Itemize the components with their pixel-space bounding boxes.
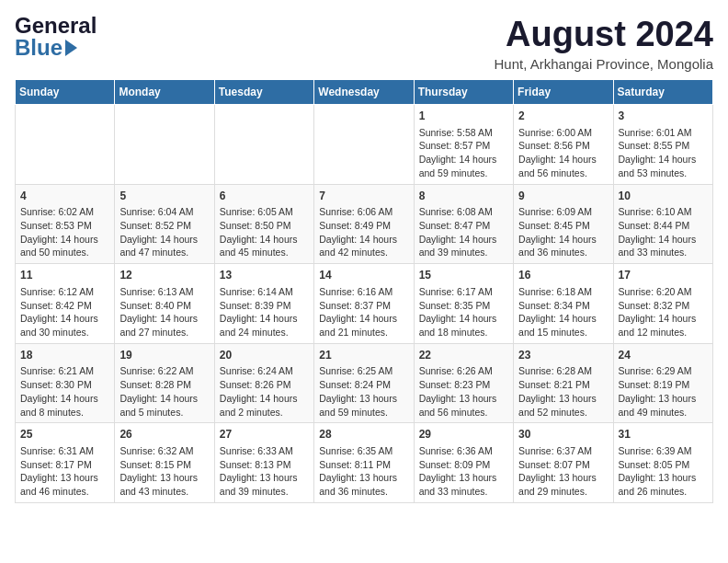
- calendar-cell: 15Sunrise: 6:17 AMSunset: 8:35 PMDayligh…: [414, 264, 513, 344]
- day-info: Sunrise: 6:00 AMSunset: 8:56 PMDaylight:…: [518, 126, 608, 180]
- day-info: Sunrise: 6:20 AMSunset: 8:32 PMDaylight:…: [619, 285, 708, 339]
- logo-blue-text: Blue: [15, 37, 63, 59]
- calendar-cell: [214, 105, 313, 185]
- day-info: Sunrise: 6:31 AMSunset: 8:17 PMDaylight:…: [20, 444, 109, 499]
- calendar-cell: 2Sunrise: 6:00 AMSunset: 8:56 PMDaylight…: [514, 105, 613, 185]
- calendar-cell: 10Sunrise: 6:10 AMSunset: 8:44 PMDayligh…: [613, 184, 712, 264]
- day-header-tuesday: Tuesday: [214, 80, 313, 105]
- day-info: Sunrise: 6:32 AMSunset: 8:15 PMDaylight:…: [119, 444, 209, 499]
- day-info: Sunrise: 6:33 AMSunset: 8:13 PMDaylight:…: [220, 444, 309, 499]
- day-info: Sunrise: 6:14 AMSunset: 8:39 PMDaylight:…: [220, 285, 309, 339]
- calendar-table: SundayMondayTuesdayWednesdayThursdayFrid…: [15, 79, 713, 503]
- calendar-header-row: SundayMondayTuesdayWednesdayThursdayFrid…: [16, 80, 713, 105]
- day-number: 22: [419, 348, 508, 363]
- day-info: Sunrise: 6:09 AMSunset: 8:45 PMDaylight:…: [518, 205, 608, 259]
- day-info: Sunrise: 6:04 AMSunset: 8:52 PMDaylight:…: [119, 205, 209, 259]
- calendar-cell: 30Sunrise: 6:37 AMSunset: 8:07 PMDayligh…: [514, 423, 613, 503]
- calendar-cell: [16, 105, 115, 185]
- calendar-cell: 18Sunrise: 6:21 AMSunset: 8:30 PMDayligh…: [16, 343, 115, 423]
- calendar-cell: 12Sunrise: 6:13 AMSunset: 8:40 PMDayligh…: [115, 264, 214, 344]
- calendar-cell: 17Sunrise: 6:20 AMSunset: 8:32 PMDayligh…: [613, 264, 712, 344]
- calendar-cell: 27Sunrise: 6:33 AMSunset: 8:13 PMDayligh…: [214, 423, 313, 503]
- day-info: Sunrise: 6:26 AMSunset: 8:23 PMDaylight:…: [419, 364, 508, 419]
- page-header: General Blue August 2024 Hunt, Arkhangai…: [15, 15, 713, 72]
- calendar-week-row: 11Sunrise: 6:12 AMSunset: 8:42 PMDayligh…: [16, 264, 713, 344]
- calendar-cell: 29Sunrise: 6:36 AMSunset: 8:09 PMDayligh…: [414, 423, 513, 503]
- day-number: 18: [20, 348, 109, 363]
- day-info: Sunrise: 6:10 AMSunset: 8:44 PMDaylight:…: [619, 205, 708, 259]
- calendar-cell: 1Sunrise: 5:58 AMSunset: 8:57 PMDaylight…: [414, 105, 513, 185]
- day-header-thursday: Thursday: [414, 80, 513, 105]
- day-info: Sunrise: 5:58 AMSunset: 8:57 PMDaylight:…: [419, 126, 508, 180]
- calendar-cell: 5Sunrise: 6:04 AMSunset: 8:52 PMDaylight…: [115, 184, 214, 264]
- day-number: 10: [619, 189, 708, 204]
- day-info: Sunrise: 6:12 AMSunset: 8:42 PMDaylight:…: [20, 285, 109, 339]
- day-number: 19: [119, 348, 209, 363]
- day-number: 2: [518, 109, 608, 124]
- day-number: 30: [518, 427, 608, 442]
- day-info: Sunrise: 6:01 AMSunset: 8:55 PMDaylight:…: [619, 126, 708, 180]
- calendar-cell: 19Sunrise: 6:22 AMSunset: 8:28 PMDayligh…: [115, 343, 214, 423]
- day-number: 3: [619, 109, 708, 124]
- day-info: Sunrise: 6:05 AMSunset: 8:50 PMDaylight:…: [220, 205, 309, 259]
- day-info: Sunrise: 6:36 AMSunset: 8:09 PMDaylight:…: [419, 444, 508, 499]
- calendar-cell: 20Sunrise: 6:24 AMSunset: 8:26 PMDayligh…: [214, 343, 313, 423]
- calendar-cell: [115, 105, 214, 185]
- calendar-cell: 8Sunrise: 6:08 AMSunset: 8:47 PMDaylight…: [414, 184, 513, 264]
- day-number: 12: [119, 268, 209, 283]
- day-number: 24: [619, 348, 708, 363]
- day-info: Sunrise: 6:06 AMSunset: 8:49 PMDaylight:…: [319, 205, 408, 259]
- calendar-cell: 31Sunrise: 6:39 AMSunset: 8:05 PMDayligh…: [613, 423, 712, 503]
- day-info: Sunrise: 6:28 AMSunset: 8:21 PMDaylight:…: [518, 364, 608, 419]
- calendar-cell: 14Sunrise: 6:16 AMSunset: 8:37 PMDayligh…: [314, 264, 414, 344]
- day-info: Sunrise: 6:39 AMSunset: 8:05 PMDaylight:…: [619, 444, 708, 499]
- day-info: Sunrise: 6:25 AMSunset: 8:24 PMDaylight:…: [319, 364, 408, 419]
- day-number: 16: [518, 268, 608, 283]
- day-number: 6: [220, 189, 309, 204]
- calendar-week-row: 1Sunrise: 5:58 AMSunset: 8:57 PMDaylight…: [16, 105, 713, 185]
- day-header-sunday: Sunday: [16, 80, 115, 105]
- calendar-cell: 21Sunrise: 6:25 AMSunset: 8:24 PMDayligh…: [314, 343, 414, 423]
- logo-line2: Blue: [15, 37, 97, 59]
- day-info: Sunrise: 6:13 AMSunset: 8:40 PMDaylight:…: [119, 285, 209, 339]
- day-info: Sunrise: 6:02 AMSunset: 8:53 PMDaylight:…: [20, 205, 109, 259]
- day-info: Sunrise: 6:18 AMSunset: 8:34 PMDaylight:…: [518, 285, 608, 339]
- day-number: 14: [319, 268, 408, 283]
- day-info: Sunrise: 6:17 AMSunset: 8:35 PMDaylight:…: [419, 285, 508, 339]
- day-number: 27: [220, 427, 309, 442]
- calendar-cell: 4Sunrise: 6:02 AMSunset: 8:53 PMDaylight…: [16, 184, 115, 264]
- calendar-cell: 23Sunrise: 6:28 AMSunset: 8:21 PMDayligh…: [514, 343, 613, 423]
- calendar-week-row: 25Sunrise: 6:31 AMSunset: 8:17 PMDayligh…: [16, 423, 713, 503]
- day-number: 7: [319, 189, 408, 204]
- day-number: 1: [419, 109, 508, 124]
- day-number: 29: [419, 427, 508, 442]
- day-header-friday: Friday: [514, 80, 613, 105]
- day-number: 4: [20, 189, 109, 204]
- calendar-week-row: 18Sunrise: 6:21 AMSunset: 8:30 PMDayligh…: [16, 343, 713, 423]
- calendar-cell: 9Sunrise: 6:09 AMSunset: 8:45 PMDaylight…: [514, 184, 613, 264]
- day-number: 23: [518, 348, 608, 363]
- calendar-cell: [314, 105, 414, 185]
- calendar-cell: 22Sunrise: 6:26 AMSunset: 8:23 PMDayligh…: [414, 343, 513, 423]
- day-number: 9: [518, 189, 608, 204]
- calendar-cell: 11Sunrise: 6:12 AMSunset: 8:42 PMDayligh…: [16, 264, 115, 344]
- calendar-cell: 24Sunrise: 6:29 AMSunset: 8:19 PMDayligh…: [613, 343, 712, 423]
- calendar-cell: 3Sunrise: 6:01 AMSunset: 8:55 PMDaylight…: [613, 105, 712, 185]
- title-area: August 2024 Hunt, Arkhangai Province, Mo…: [495, 15, 713, 72]
- day-info: Sunrise: 6:35 AMSunset: 8:11 PMDaylight:…: [319, 444, 408, 499]
- day-number: 20: [220, 348, 309, 363]
- day-number: 15: [419, 268, 508, 283]
- calendar-week-row: 4Sunrise: 6:02 AMSunset: 8:53 PMDaylight…: [16, 184, 713, 264]
- day-number: 5: [119, 189, 209, 204]
- day-number: 26: [119, 427, 209, 442]
- day-header-monday: Monday: [115, 80, 214, 105]
- day-info: Sunrise: 6:21 AMSunset: 8:30 PMDaylight:…: [20, 364, 109, 419]
- day-number: 21: [319, 348, 408, 363]
- calendar-cell: 6Sunrise: 6:05 AMSunset: 8:50 PMDaylight…: [214, 184, 313, 264]
- calendar-cell: 25Sunrise: 6:31 AMSunset: 8:17 PMDayligh…: [16, 423, 115, 503]
- calendar-cell: 26Sunrise: 6:32 AMSunset: 8:15 PMDayligh…: [115, 423, 214, 503]
- day-info: Sunrise: 6:24 AMSunset: 8:26 PMDaylight:…: [220, 364, 309, 419]
- calendar-title: August 2024: [495, 15, 713, 54]
- logo: General Blue: [15, 15, 97, 59]
- day-info: Sunrise: 6:08 AMSunset: 8:47 PMDaylight:…: [419, 205, 508, 259]
